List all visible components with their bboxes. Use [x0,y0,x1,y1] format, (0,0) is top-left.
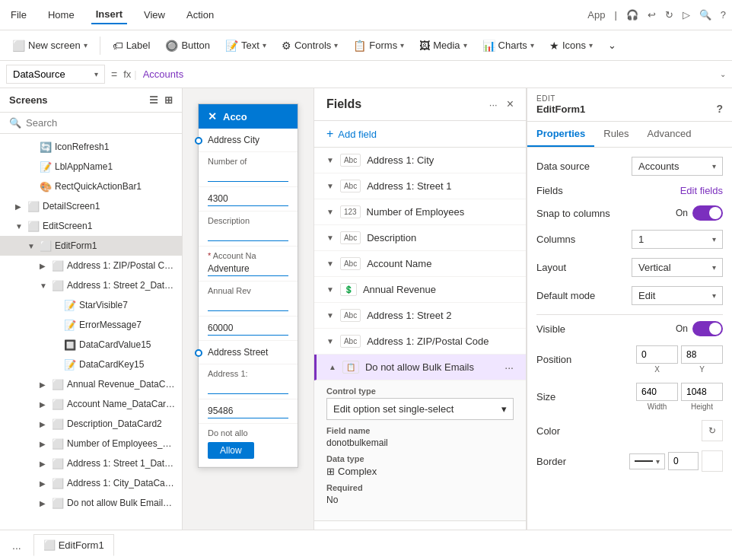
edit-fields-link[interactable]: Edit fields [680,185,723,196]
tab-properties[interactable]: Properties [527,122,594,147]
detailscreen-label: DetailScreen1 [43,201,176,212]
sidebar-item-datacardkey[interactable]: 📝 DataCardKey15 [0,355,182,374]
field-item-addr-street2[interactable]: ▼ Abc Address 1: Street 2 [314,303,526,329]
annual-rev-input[interactable] [208,297,288,311]
layout-select[interactable]: Vertical ▾ [632,258,723,277]
size-height-input[interactable] [681,383,723,401]
input-60000[interactable] [208,321,288,336]
menu-home[interactable]: Home [43,6,79,24]
play-icon[interactable]: ▷ [683,9,690,21]
sidebar-item-annual-rev[interactable]: ▶ ⬜ Annual Revenue_DataCard2 [0,374,182,394]
snap-toggle[interactable] [692,205,723,221]
form-close-icon[interactable]: ✕ [208,110,217,123]
position-x-input[interactable] [636,345,678,364]
fields-more-icon[interactable]: ··· [489,99,498,110]
media-button[interactable]: 🖼 Media ▾ [413,37,473,55]
icons-button[interactable]: ★ Icons ▾ [543,37,599,55]
field-item-bulk-emails[interactable]: ▲ 📋 Do not allow Bulk Emails ··· [314,355,526,380]
field-name-bulk: Do not allow Bulk Emails [365,361,498,373]
formula-input[interactable] [143,68,714,80]
new-screen-button[interactable]: ⬜ New screen ▾ [6,37,94,55]
text-button[interactable]: 📝 Text ▾ [219,37,272,55]
sidebar-item-description[interactable]: ▶ ⬜ Description_DataCard2 [0,414,182,434]
sidebar-item-num-employees[interactable]: ▶ ⬜ Number of Employees_Data [0,434,182,453]
field-item-zip[interactable]: ▼ Abc Address 1: ZIP/Postal Code [314,329,526,355]
field-item-addr-street1[interactable]: ▼ Abc Address 1: Street 1 [314,173,526,199]
tree-container: 🔄 IconRefresh1 📝 LblAppName1 🎨 RectQuick… [0,134,182,530]
field-chevron-rev: ▼ [326,285,334,294]
tab-advanced[interactable]: Advanced [638,122,701,147]
sidebar-item-iconrefresh[interactable]: 🔄 IconRefresh1 [0,137,182,157]
position-y-input[interactable] [681,345,723,364]
description-input[interactable] [208,227,288,241]
bottom-ellipsis-button[interactable]: ... [6,536,27,555]
search-person-icon[interactable]: 🔍 [699,9,711,21]
sidebar-item-address-street2[interactable]: ▼ ⬜ Address 1: Street 2_DataCar [0,275,182,295]
sidebar-item-lblappname[interactable]: 📝 LblAppName1 [0,157,182,177]
color-picker-button[interactable]: ↻ [702,420,723,441]
forms-button[interactable]: 📋 Forms ▾ [347,37,410,55]
addr1-input[interactable] [208,380,288,394]
sidebar-item-editscreen[interactable]: ▼ ⬜ EditScreen1 [0,216,182,236]
sidebar-item-account-name[interactable]: ▶ ⬜ Account Name_DataCard2 [0,394,182,414]
sidebar-item-errormsg[interactable]: 📝 ErrorMessage7 [0,315,182,335]
sidebar-item-address-zip[interactable]: ▶ ⬜ Address 1: ZIP/Postal Code_ [0,256,182,275]
control-type-select[interactable]: Edit option set single-select ▾ [326,398,514,420]
visible-toggle[interactable] [692,321,723,336]
search-input[interactable] [26,117,173,129]
field-item-num-employees[interactable]: ▼ 123 Number of Employees [314,199,526,225]
sidebar-item-do-not-allow[interactable]: ▶ ⬜ Do not allow Bulk Emails_D [0,493,182,513]
sidebar-item-detailscreen[interactable]: ▶ ⬜ DetailScreen1 [0,196,182,216]
input-95486[interactable] [208,404,288,418]
redo-icon[interactable]: ↻ [665,9,673,21]
grid-view-icon[interactable]: ⊞ [164,94,173,106]
add-field-button[interactable]: + Add field [314,121,526,148]
menu-action[interactable]: Action [182,6,218,24]
controls-button[interactable]: ⚙ Controls ▾ [275,37,344,55]
account-name-input[interactable] [208,262,288,276]
sidebar-item-rectquick[interactable]: 🎨 RectQuickActionBar1 [0,177,182,196]
border-width-input[interactable] [668,452,699,470]
default-mode-chevron: ▾ [712,291,716,300]
button-button[interactable]: 🔘 Button [159,37,216,55]
sidebar-item-addr-city[interactable]: ▶ ⬜ Address 1: City_DataCard2 [0,473,182,493]
list-view-icon[interactable]: ☰ [149,94,158,106]
more-button[interactable]: ⌄ [602,37,622,54]
new-screen-chevron: ▾ [84,41,88,49]
field-item-annual-rev[interactable]: ▼ 💲 Annual Revenue [314,277,526,303]
label-button[interactable]: 🏷 Label [107,37,157,55]
sidebar-item-starvisible[interactable]: 📝 StarVisible7 [0,295,182,315]
datasource-selector[interactable]: DataSource ▾ [6,65,105,84]
field-more-bulk[interactable]: ··· [504,361,514,374]
bottom-tab-editform[interactable]: ⬜ EditForm1 [33,534,114,556]
size-width-input[interactable] [636,383,678,401]
fields-close-icon[interactable]: × [507,97,514,111]
field-item-account-name[interactable]: ▼ Abc Account Name [314,251,526,277]
input-4300[interactable] [208,192,288,206]
data-source-select[interactable]: Accounts ▾ [632,157,723,176]
field-item-description[interactable]: ▼ Abc Description [314,225,526,251]
right-panel-help-icon[interactable]: ? [716,103,723,115]
border-color-picker[interactable] [702,450,723,472]
menu-view[interactable]: View [139,6,170,24]
charts-button[interactable]: 📊 Charts ▾ [476,37,540,55]
border-style-select[interactable]: ▾ [629,453,665,469]
sidebar-item-editform[interactable]: ▼ ⬜ EditForm1 [0,236,182,256]
number-input[interactable] [208,167,288,182]
undo-icon[interactable]: ↩ [648,9,656,21]
default-mode-select[interactable]: Edit ▾ [632,286,723,305]
required-label: Required [326,483,514,492]
formula-expand-chevron[interactable]: ⌄ [720,70,726,78]
field-item-addr-city[interactable]: ▼ Abc Address 1: City [314,148,526,173]
help-icon[interactable]: ? [721,9,726,21]
menu-insert[interactable]: Insert [91,5,127,24]
charts-icon: 📊 [482,40,495,52]
tab-rules[interactable]: Rules [594,122,638,147]
menu-file[interactable]: File [6,6,31,24]
allow-button[interactable]: Allow [208,442,254,459]
columns-select[interactable]: 1 ▾ [632,230,723,249]
sidebar-item-addr-street1[interactable]: ▶ ⬜ Address 1: Street 1_DataCard [0,453,182,473]
snap-toggle-knob [709,207,721,219]
sidebar-item-datacardval[interactable]: 🔲 DataCardValue15 [0,335,182,355]
headphone-icon[interactable]: 🎧 [626,9,638,21]
